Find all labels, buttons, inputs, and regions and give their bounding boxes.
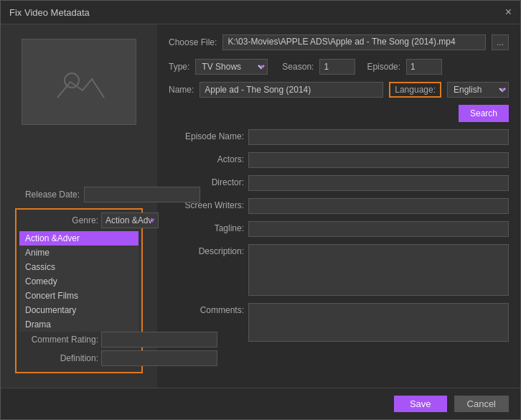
genre-section: Genre: ▼ Action &Adver Anime Cassics Com… bbox=[15, 208, 143, 373]
description-textarea[interactable] bbox=[248, 244, 509, 296]
comments-row: Comments: bbox=[169, 303, 509, 342]
type-select[interactable]: TV Shows bbox=[195, 59, 268, 75]
episode-name-input[interactable] bbox=[248, 129, 509, 145]
close-button[interactable]: × bbox=[505, 6, 512, 18]
director-input[interactable] bbox=[248, 175, 509, 191]
genre-input[interactable] bbox=[101, 213, 159, 228]
genre-select-wrap[interactable]: ▼ bbox=[101, 213, 159, 228]
name-input[interactable] bbox=[200, 82, 383, 98]
episode-name-row: Episode Name: bbox=[169, 129, 509, 145]
comments-textarea[interactable] bbox=[248, 303, 509, 342]
choose-file-label: Choose File: bbox=[169, 37, 217, 47]
screen-writers-input[interactable] bbox=[248, 198, 509, 214]
save-button[interactable]: Save bbox=[394, 396, 447, 412]
type-select-wrap[interactable]: TV Shows bbox=[195, 59, 268, 75]
genre-option-concert[interactable]: Concert Films bbox=[19, 289, 139, 303]
episode-name-label: Episode Name: bbox=[169, 129, 244, 141]
director-label: Director: bbox=[169, 175, 244, 187]
comment-rating-label: Comment Rating: bbox=[19, 335, 98, 345]
name-language-row: Name: Language: English bbox=[169, 82, 509, 98]
episode-label: Episode: bbox=[367, 62, 400, 72]
search-button[interactable]: Search bbox=[459, 105, 509, 122]
season-input[interactable] bbox=[319, 59, 355, 75]
actors-input[interactable] bbox=[248, 152, 509, 168]
description-row: Description: bbox=[169, 244, 509, 296]
definition-input[interactable] bbox=[101, 350, 217, 366]
comments-label: Comments: bbox=[169, 303, 244, 315]
actors-row: Actors: bbox=[169, 152, 509, 168]
release-date-input[interactable] bbox=[84, 187, 200, 202]
release-date-label: Release Date: bbox=[15, 190, 80, 200]
file-path-display: K:\03-Movies\APPLE ADS\Apple ad - The So… bbox=[222, 34, 486, 50]
tagline-label: Tagline: bbox=[169, 221, 244, 233]
genre-option-comedy[interactable]: Comedy bbox=[19, 274, 139, 289]
definition-label: Definition: bbox=[19, 353, 98, 363]
definition-row: Definition: bbox=[19, 350, 139, 366]
cancel-button[interactable]: Cancel bbox=[454, 396, 509, 412]
genre-option-documentary[interactable]: Documentary bbox=[19, 303, 139, 317]
description-label: Description: bbox=[169, 244, 244, 256]
dialog-content: Release Date: Genre: ▼ Action &Adver bbox=[1, 24, 520, 388]
title-bar: Fix Video Metadata × bbox=[1, 1, 520, 24]
bottom-bar: Save Cancel bbox=[1, 388, 520, 419]
language-select[interactable]: English bbox=[447, 82, 509, 98]
director-row: Director: bbox=[169, 175, 509, 191]
language-label: Language: bbox=[389, 82, 441, 98]
genre-option-drama[interactable]: Drama bbox=[19, 317, 139, 332]
genre-option-cassics[interactable]: Cassics bbox=[19, 260, 139, 274]
release-date-row: Release Date: bbox=[15, 187, 143, 202]
left-bottom-fields: Release Date: Genre: ▼ Action &Adver bbox=[15, 187, 143, 373]
season-label: Season: bbox=[282, 62, 314, 72]
tagline-row: Tagline: bbox=[169, 221, 509, 237]
video-thumbnail bbox=[22, 39, 136, 125]
type-label: Type: bbox=[169, 62, 189, 72]
comment-rating-row: Comment Rating: bbox=[19, 332, 139, 347]
fix-video-metadata-dialog: Fix Video Metadata × Release Date: bbox=[0, 0, 521, 420]
screen-writers-row: Screen Writers: bbox=[169, 198, 509, 214]
file-row: Choose File: K:\03-Movies\APPLE ADS\Appl… bbox=[169, 34, 509, 50]
episode-input[interactable] bbox=[406, 59, 442, 75]
search-row: Search bbox=[169, 105, 509, 122]
tagline-input[interactable] bbox=[248, 221, 509, 237]
name-label: Name: bbox=[169, 85, 194, 95]
left-panel: Release Date: Genre: ▼ Action &Adver bbox=[1, 24, 157, 388]
genre-label: Genre: bbox=[19, 215, 98, 225]
language-select-wrap[interactable]: English bbox=[447, 82, 509, 98]
type-season-episode-row: Type: TV Shows Season: Episode: bbox=[169, 59, 509, 75]
browse-button[interactable]: ... bbox=[492, 34, 509, 50]
comment-rating-input[interactable] bbox=[101, 332, 217, 347]
genre-option-anime[interactable]: Anime bbox=[19, 246, 139, 260]
genre-option-action[interactable]: Action &Adver bbox=[19, 231, 139, 246]
genre-dropdown-list[interactable]: Action &Adver Anime Cassics Comedy Conce… bbox=[19, 231, 139, 332]
actors-label: Actors: bbox=[169, 152, 244, 164]
genre-row: Genre: ▼ bbox=[19, 213, 139, 228]
dialog-title: Fix Video Metadata bbox=[9, 7, 90, 18]
